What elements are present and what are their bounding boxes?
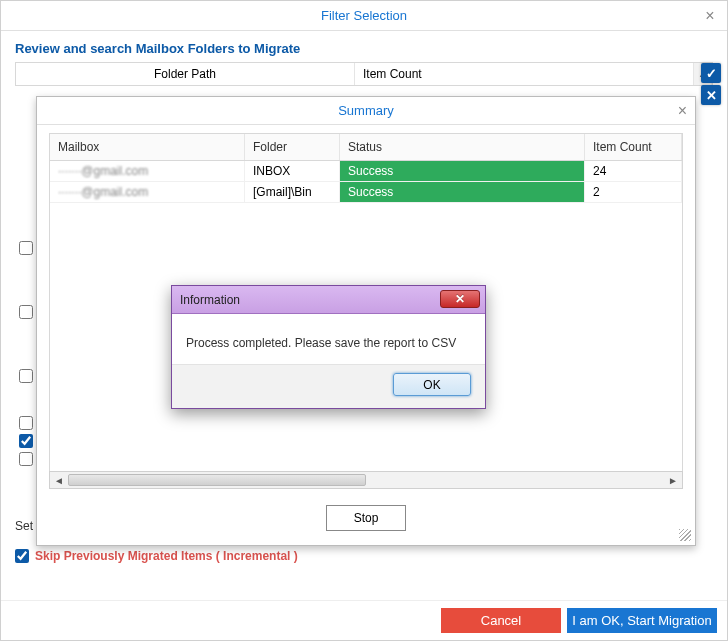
- side-action-icons: ✓ ✕: [701, 63, 721, 105]
- table-row[interactable]: ·······@gmail.com [Gmail]\Bin Success 2: [50, 182, 682, 203]
- col-item-count[interactable]: Item Count: [355, 63, 694, 85]
- folder-cell: [Gmail]\Bin: [245, 182, 340, 202]
- skip-checkbox[interactable]: [15, 549, 29, 563]
- close-icon[interactable]: ×: [678, 102, 687, 120]
- skip-label: Skip Previously Migrated Items ( Increme…: [35, 549, 298, 563]
- checkbox[interactable]: [19, 416, 33, 430]
- col-item-count[interactable]: Item Count: [585, 134, 682, 160]
- col-folder-path[interactable]: Folder Path: [16, 63, 355, 85]
- col-status[interactable]: Status: [340, 134, 585, 160]
- col-mailbox[interactable]: Mailbox: [50, 134, 245, 160]
- table-row[interactable]: ·······@gmail.com INBOX Success 24: [50, 161, 682, 182]
- resize-grip-icon[interactable]: [679, 529, 691, 541]
- option-check-1[interactable]: [19, 241, 33, 255]
- mailbox-cell: ·······@gmail.com: [58, 164, 148, 178]
- col-folder[interactable]: Folder: [245, 134, 340, 160]
- horizontal-scrollbar[interactable]: ◄ ►: [49, 471, 683, 489]
- checkbox[interactable]: [19, 434, 33, 448]
- scroll-right-icon[interactable]: ►: [664, 475, 682, 486]
- summary-titlebar: Summary ×: [37, 97, 695, 125]
- filter-window-titlebar: Filter Selection ×: [1, 1, 727, 31]
- start-migration-button[interactable]: I am OK, Start Migration: [567, 608, 717, 633]
- checkbox[interactable]: [19, 241, 33, 255]
- status-cell: Success: [340, 161, 585, 181]
- count-cell: 24: [585, 161, 682, 181]
- filter-footer: Cancel I am OK, Start Migration: [1, 600, 727, 640]
- filter-option-checkboxes: [19, 241, 33, 383]
- info-message: Process completed. Please save the repor…: [172, 314, 485, 364]
- summary-title: Summary: [338, 103, 394, 118]
- cancel-button[interactable]: Cancel: [441, 608, 561, 633]
- scroll-track[interactable]: [68, 474, 664, 486]
- checkbox[interactable]: [19, 452, 33, 466]
- filter-grid-header: Folder Path Item Count ▲: [15, 62, 713, 86]
- checkbox[interactable]: [19, 369, 33, 383]
- filter-subtitle: Review and search Mailbox Folders to Mig…: [1, 31, 727, 62]
- checkbox[interactable]: [19, 305, 33, 319]
- info-title-text: Information: [180, 293, 240, 307]
- option-check-2[interactable]: [19, 305, 33, 319]
- mailbox-cell: ·······@gmail.com: [58, 185, 148, 199]
- select-all-icon[interactable]: ✓: [701, 63, 721, 83]
- filter-title: Filter Selection: [321, 8, 407, 23]
- option-check-3[interactable]: [19, 369, 33, 383]
- status-cell: Success: [340, 182, 585, 202]
- close-icon: ✕: [455, 292, 465, 306]
- count-cell: 2: [585, 182, 682, 202]
- stop-button[interactable]: Stop: [326, 505, 406, 531]
- deselect-all-icon[interactable]: ✕: [701, 85, 721, 105]
- scroll-thumb[interactable]: [68, 474, 366, 486]
- information-dialog: Information ✕ Process completed. Please …: [171, 285, 486, 409]
- scroll-left-icon[interactable]: ◄: [50, 475, 68, 486]
- info-titlebar[interactable]: Information ✕: [172, 286, 485, 314]
- set-label: Set: [15, 519, 33, 533]
- close-button[interactable]: ✕: [440, 290, 480, 308]
- info-button-row: OK: [172, 364, 485, 408]
- folder-cell: INBOX: [245, 161, 340, 181]
- ok-button[interactable]: OK: [393, 373, 471, 396]
- skip-previously-migrated-row[interactable]: Skip Previously Migrated Items ( Increme…: [15, 549, 298, 563]
- close-icon[interactable]: ×: [701, 7, 719, 25]
- summary-header-row: Mailbox Folder Status Item Count: [50, 134, 682, 161]
- extra-checkboxes: [19, 416, 33, 466]
